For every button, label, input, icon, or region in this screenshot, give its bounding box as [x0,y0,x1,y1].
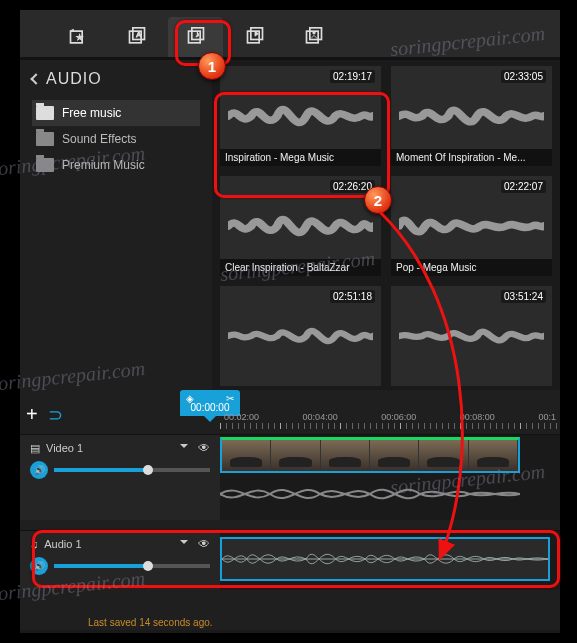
waveform-icon [228,91,373,141]
folder-icon [36,132,54,146]
clip-duration: 02:22:07 [501,180,546,193]
track-menu-caret[interactable] [180,540,188,548]
audio-clip-grid: 02:19:17 Inspiration - Mega Music 02:33:… [212,60,560,390]
video-thumb [321,440,369,471]
sidebar-title: AUDIO [46,70,102,88]
film-icon: ▤ [30,442,40,455]
tab-text[interactable]: A [109,17,164,57]
eye-icon[interactable]: 👁 [198,441,210,455]
audio-clip[interactable]: 03:51:24 [391,286,552,386]
tab-image[interactable] [286,17,341,57]
volume-slider-audio[interactable] [54,564,210,568]
ruler-ticks [220,423,560,429]
track-label: Audio 1 [44,538,81,550]
video-thumb [419,440,467,471]
svg-text:♪: ♪ [195,29,199,39]
speaker-icon[interactable]: 🔊 [30,461,48,479]
shield-icon: ◈ [186,393,194,404]
video-thumb [370,440,418,471]
sidebar-item-label: Sound Effects [62,132,137,146]
add-track-button[interactable]: + [26,403,38,426]
tab-audio[interactable]: ♪ [168,17,223,57]
folder-icon [36,158,54,172]
last-saved-text: Last saved 14 seconds ago. [88,617,213,628]
svg-text:★: ★ [75,32,82,42]
audio-clip[interactable]: 02:33:05 Moment Of Inspiration - Me... [391,66,552,166]
sidebar-back[interactable]: AUDIO [32,70,200,88]
video-thumb [271,440,319,471]
clip-title: Inspiration - Mega Music [220,149,381,166]
top-tabs: ★ A ♪ [20,10,560,60]
snap-toggle[interactable]: ⊃ [48,404,63,426]
clip-duration: 03:51:24 [501,290,546,303]
waveform-icon [399,201,544,251]
tab-video[interactable] [227,17,282,57]
clip-duration: 02:19:17 [330,70,375,83]
clip-duration: 02:51:18 [330,290,375,303]
svg-text:A: A [136,30,141,39]
video-clip[interactable] [220,437,520,473]
timeline-panel: + ⊃ ◈✂ 00:00:00 00:02:00 00:04:00 00:06:… [20,390,560,630]
sidebar-item-label: Free music [62,106,121,120]
app-frame: ★ A ♪ AUDIO Free music Sound [20,10,560,633]
waveform-icon [399,91,544,141]
audio-clip[interactable]: 02:51:18 [220,286,381,386]
sidebar-item-premium-music[interactable]: Premium Music [32,152,200,178]
scissors-icon: ✂ [226,393,234,404]
music-note-icon: ♫ [30,538,38,550]
eye-icon[interactable]: 👁 [198,537,210,551]
audio-clip[interactable]: 02:19:17 Inspiration - Mega Music [220,66,381,166]
video-thumb [222,440,270,471]
clip-title: Clear Inspiration - BaltaZzar [220,259,381,276]
clip-duration: 02:33:05 [501,70,546,83]
chevron-left-icon [30,73,41,84]
track-head-video: ▤ Video 1 👁 🔊 [20,434,220,520]
sidebar-item-label: Premium Music [62,158,145,172]
speaker-icon[interactable]: 🔊 [30,557,48,575]
waveform-icon [228,311,373,361]
track-menu-caret[interactable] [180,444,188,452]
tab-pages[interactable]: ★ [50,17,105,57]
svg-point-11 [312,32,315,34]
track-head-audio: ♫ Audio 1 👁 🔊 [20,530,220,590]
video-thumb [469,440,517,471]
waveform-icon [399,311,544,361]
audio-clip[interactable]: 02:26:20 Clear Inspiration - BaltaZzar [220,176,381,276]
clip-waveform [220,477,520,511]
audio-clip[interactable]: 02:22:07 Pop - Mega Music [391,176,552,276]
audio-sidebar: AUDIO Free music Sound Effects Premium M… [20,60,212,390]
track-label: Video 1 [46,442,83,454]
clip-title: Pop - Mega Music [391,259,552,276]
track-body-audio[interactable] [220,530,560,590]
waveform-icon [228,201,373,251]
library-row: AUDIO Free music Sound Effects Premium M… [20,60,560,390]
sidebar-item-sound-effects[interactable]: Sound Effects [32,126,200,152]
volume-slider-video[interactable] [54,468,210,472]
clip-duration: 02:26:20 [330,180,375,193]
sidebar-item-free-music[interactable]: Free music [32,100,200,126]
clip-title: Moment Of Inspiration - Me... [391,149,552,166]
folder-icon [36,106,54,120]
track-body-video[interactable] [220,434,560,520]
clip-waveform [222,539,548,579]
